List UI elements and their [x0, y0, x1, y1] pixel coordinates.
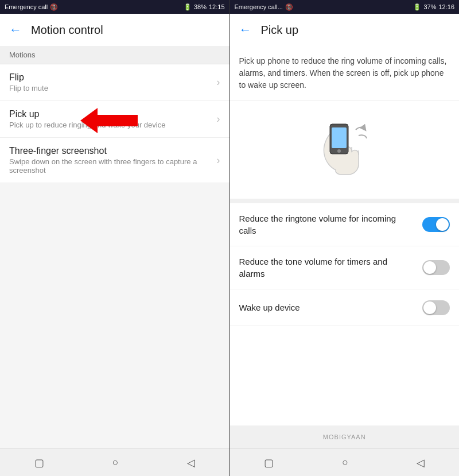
right-toolbar: ← Pick up	[230, 14, 460, 46]
screenshot-title: Three-finger screenshot	[9, 146, 217, 156]
screenshot-subtitle: Swipe down on the screen with three fing…	[9, 157, 217, 175]
watermark-text: MOBIGYAAN	[323, 434, 366, 440]
setting-label-timer: Reduce the tone volume for timers and al…	[239, 256, 423, 280]
svg-point-6	[337, 149, 341, 153]
nav-triangle-button[interactable]: ◁	[187, 456, 195, 469]
left-carrier: Emergency call	[5, 3, 48, 10]
left-battery-icon: 🔋	[184, 3, 192, 11]
right-time: 12:16	[438, 3, 454, 10]
left-battery: 38%	[194, 3, 207, 10]
flip-subtitle: Flip to mute	[9, 84, 217, 92]
pickup-chevron-icon: ›	[217, 113, 220, 125]
right-nav-triangle-button[interactable]: ◁	[417, 456, 425, 469]
setting-row-wakeup: Wake up device	[230, 289, 460, 326]
settings-list: Reduce the ringtone volume for incoming …	[230, 203, 460, 425]
left-back-button[interactable]: ←	[9, 22, 22, 37]
setting-row-timer: Reduce the tone volume for timers and al…	[230, 246, 460, 289]
right-back-button[interactable]: ←	[239, 22, 252, 37]
right-nav-bar: ▢ ○ ◁	[230, 448, 460, 476]
right-battery-icon: 🔋	[413, 3, 421, 11]
setting-row-ringtone: Reduce the ringtone volume for incoming …	[230, 203, 460, 246]
left-nav-bar: ▢ ○ ◁	[0, 448, 230, 476]
screenshot-chevron-icon: ›	[217, 154, 220, 167]
right-status-bar: Emergency call... 📵 🔋 37% 12:16	[230, 0, 460, 14]
motions-section-header: Motions	[0, 46, 230, 64]
hand-illustration-box	[230, 101, 460, 203]
flip-menu-item[interactable]: Flip Flip to mute ›	[0, 64, 230, 101]
setting-label-wakeup: Wake up device	[239, 301, 423, 314]
flip-title: Flip	[9, 72, 217, 83]
left-time: 12:15	[209, 3, 225, 10]
right-battery: 37%	[423, 3, 436, 10]
setting-label-ringtone: Reduce the ringtone volume for incoming …	[239, 212, 423, 237]
left-carrier-icon: 📵	[50, 3, 58, 11]
right-page-title: Pick up	[261, 24, 299, 37]
toggle-thumb-wakeup	[423, 301, 436, 314]
nav-square-button[interactable]: ▢	[34, 456, 44, 469]
pickup-menu-item[interactable]: Pick up Pick up to reduce ringing and wa…	[0, 101, 230, 138]
right-carrier-icon: 📵	[285, 3, 293, 11]
toggle-thumb-ringtone	[436, 218, 449, 231]
pickup-description: Pick up phone to reduce the ring volume …	[230, 46, 460, 101]
toggle-thumb-timer	[423, 261, 436, 274]
hand-illustration-icon	[307, 113, 382, 187]
left-toolbar: ← Motion control	[0, 14, 230, 46]
svg-rect-5	[332, 127, 347, 148]
right-nav-circle-button[interactable]: ○	[342, 456, 348, 469]
nav-circle-button[interactable]: ○	[112, 456, 119, 469]
toggle-wakeup[interactable]	[422, 300, 450, 315]
toggle-ringtone[interactable]	[422, 217, 450, 232]
left-page-title: Motion control	[31, 24, 103, 37]
left-status-bar: Emergency call 📵 🔋 38% 12:15	[0, 0, 230, 14]
red-arrow-annotation	[80, 108, 138, 131]
toggle-timer[interactable]	[422, 260, 450, 275]
right-carrier: Emergency call...	[235, 3, 283, 10]
watermark-row: MOBIGYAAN	[230, 425, 460, 448]
screenshot-menu-item[interactable]: Three-finger screenshot Swipe down on th…	[0, 138, 230, 183]
right-nav-square-button[interactable]: ▢	[264, 456, 274, 469]
flip-chevron-icon: ›	[217, 76, 220, 88]
